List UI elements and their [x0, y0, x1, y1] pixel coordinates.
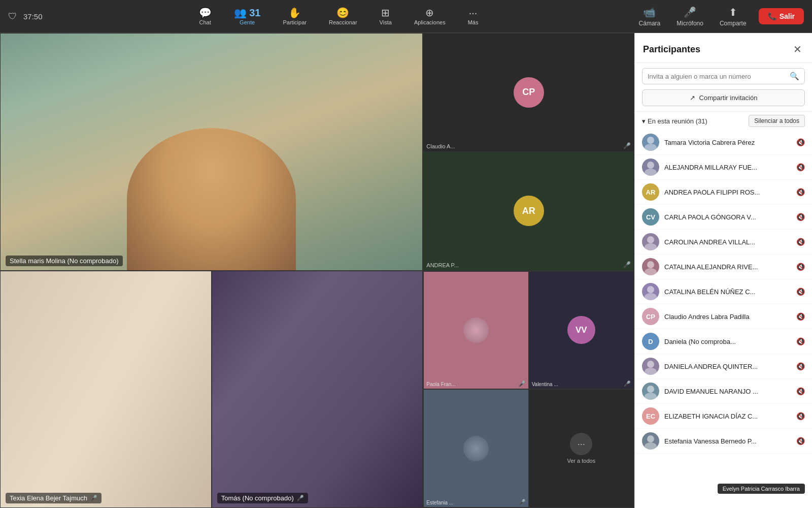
nav-aplicaciones[interactable]: ⊕ Aplicaciones [410, 6, 450, 27]
svg-point-14 [647, 435, 654, 442]
svg-point-8 [647, 286, 654, 293]
video-texia[interactable]: Texia Elena Bejer Tajmuch 🎤 [0, 271, 212, 509]
people-badge: 31 [249, 7, 260, 18]
mic-button[interactable]: 🎤 Micrófono [672, 4, 707, 29]
leave-button[interactable]: 📞 Salir [759, 8, 804, 24]
avatar-cp: CP [514, 77, 544, 108]
video-tomas[interactable]: Tomás (No comprobado) 🎤 [212, 271, 423, 509]
participant-name: Daniela (No comproba... [664, 338, 791, 345]
shield-icon: 🛡 [8, 11, 17, 22]
participant-avatar: CV [642, 208, 659, 226]
topbar-left: 🛡 37:50 [8, 11, 43, 22]
mute-all-button[interactable]: Silenciar a todos [749, 115, 805, 127]
topbar-right: 📹 Cámara 🎤 Micrófono ⬆ Comparte 📞 Salir [635, 4, 804, 29]
participant-item[interactable]: Estefania Vanessa Bernedo P... 🔇 [635, 429, 812, 454]
close-panel-button[interactable]: ✕ [791, 41, 804, 57]
bottom-right-area: Paola Fran... 🎤 VV Valentina ... 🎤 Estef… [423, 271, 634, 509]
participant-mic-icon: 🔇 [796, 238, 805, 246]
participant-item[interactable]: DAVID EMANUEL NARANJO ... 🔇 [635, 379, 812, 404]
thumb-estefania-name: Estefania ... [426, 500, 453, 505]
nav-vista[interactable]: ⊞ Vista [376, 6, 396, 27]
participant-avatar [642, 383, 659, 400]
participant-avatar: D [642, 333, 659, 350]
see-all-button[interactable]: ··· Ver a todos [529, 389, 634, 507]
participant-item[interactable]: CV CARLA PAOLA GÓNGORA V... 🔇 [635, 205, 812, 230]
svg-point-13 [645, 393, 657, 400]
panel-header: Participantes ✕ [635, 33, 812, 63]
nav-participar[interactable]: ✋ Participar [279, 6, 311, 27]
search-input[interactable] [648, 73, 786, 80]
participant-avatar: CP [642, 308, 659, 325]
thumb-mic-cp: 🎤 [623, 142, 631, 149]
thumb-cp[interactable]: CP Claudio A... 🎤 AR ANDREA P... 🎤 [423, 33, 634, 271]
thumb-vv[interactable]: VV Valentina ... 🎤 [529, 271, 634, 390]
apps-icon: ⊕ [425, 8, 434, 18]
participant-item[interactable]: CATALINA ALEJANDRA RIVE... 🔇 [635, 255, 812, 279]
participants-list: Tamara Victoria Cabrera Pérez 🔇 ALEJANDR… [635, 130, 812, 508]
participar-label: Participar [283, 19, 307, 25]
topbar-center: 💬 Chat 👥 31 Gente ✋ Participar 😊 Reaccio… [195, 6, 483, 27]
participant-item[interactable]: DANIELA ANDREA QUINTER... 🔇 [635, 354, 812, 379]
participant-name: DAVID EMANUEL NARANJO ... [664, 388, 791, 395]
video-stella[interactable]: Stella maris Molina (No comprobado) [0, 33, 423, 271]
grid-icon: ⊞ [381, 8, 390, 18]
svg-point-12 [647, 386, 654, 393]
participant-name: Estefania Vanessa Bernedo P... [664, 437, 791, 445]
svg-point-15 [645, 442, 657, 450]
participant-mic-icon: 🔇 [796, 138, 805, 146]
participant-mic-icon: 🔇 [796, 412, 805, 420]
share-invitation-button[interactable]: ↗ Compartir invitación [642, 89, 805, 106]
phone-icon: 📞 [768, 12, 776, 20]
participant-avatar [642, 358, 659, 375]
svg-point-11 [645, 368, 657, 375]
participant-avatar [642, 233, 659, 250]
raise-hand-icon: ✋ [288, 8, 301, 18]
main-videos: Stella maris Molina (No comprobado) CP C… [0, 33, 634, 508]
camera-label: Cámara [639, 20, 661, 27]
participant-avatar [642, 258, 659, 275]
nav-mas[interactable]: ··· Más [464, 6, 483, 27]
svg-point-3 [645, 169, 657, 176]
participant-name: CATALINA ALEJANDRA RIVE... [664, 263, 791, 271]
svg-point-0 [647, 137, 654, 144]
nav-gente[interactable]: 👥 31 Gente [230, 6, 265, 27]
participant-item[interactable]: CATALINA BELÉN NÚÑEZ C... 🔇 [635, 279, 812, 304]
thumb-vv-name: Valentina ... [532, 382, 558, 387]
participant-item[interactable]: EC ELIZABETH IGNACIA DÍAZ C... 🔇 [635, 404, 812, 429]
participant-item[interactable]: Tamara Victoria Cabrera Pérez 🔇 [635, 130, 812, 155]
share-icon: ⬆ [729, 6, 737, 18]
avatar-ar: AR [514, 196, 544, 226]
mic-icon: 🎤 [684, 6, 696, 18]
chat-icon: 💬 [199, 8, 212, 18]
more-icon: ··· [469, 8, 478, 18]
people-icon: 👥 31 [234, 8, 261, 18]
participant-avatar [642, 283, 659, 300]
participant-item[interactable]: ALEJANDRA MILLARAY FUE... 🔇 [635, 155, 812, 180]
thumb-paola-name: Paola Fran... [426, 382, 455, 387]
nav-reaccionar[interactable]: 😊 Reaccionar [325, 6, 361, 27]
camera-button[interactable]: 📹 Cámara [635, 4, 665, 29]
leave-label: Salir [780, 12, 795, 20]
mas-label: Más [468, 19, 479, 25]
participant-avatar [642, 134, 659, 151]
thumb-name-ar: ANDREA P... [426, 262, 458, 268]
tomas-mic-icon: 🎤 [297, 495, 304, 501]
svg-point-6 [647, 261, 654, 268]
participant-item[interactable]: D Daniela (No comproba... 🔇 [635, 329, 812, 354]
thumb-estefania[interactable]: Estefania ... 🎤 [423, 389, 528, 507]
see-all-icon: ··· [570, 433, 592, 455]
thumb-mic-ar: 🎤 [623, 261, 631, 268]
participant-item[interactable]: AR ANDREA PAOLA FILIPPI ROS... 🔇 [635, 180, 812, 205]
nav-chat[interactable]: 💬 Chat [195, 6, 216, 27]
participant-item[interactable]: CP Claudio Andres Labra Padilla 🔇 [635, 304, 812, 329]
share-label: Comparte [720, 20, 747, 27]
share-button[interactable]: ⬆ Comparte [716, 4, 751, 29]
participant-name: ANDREA PAOLA FILIPPI ROS... [664, 188, 791, 196]
topbar: 🛡 37:50 💬 Chat 👥 31 Gente ✋ Participar 😊… [0, 0, 812, 33]
share-inv-label: Compartir invitación [699, 94, 758, 102]
svg-point-7 [645, 268, 657, 275]
thumb-paola[interactable]: Paola Fran... 🎤 [423, 271, 528, 390]
camera-icon: 📹 [643, 6, 656, 18]
participant-item[interactable]: CAROLINA ANDREA VILLAL... 🔇 [635, 230, 812, 255]
participant-mic-icon: 🔇 [796, 213, 805, 221]
